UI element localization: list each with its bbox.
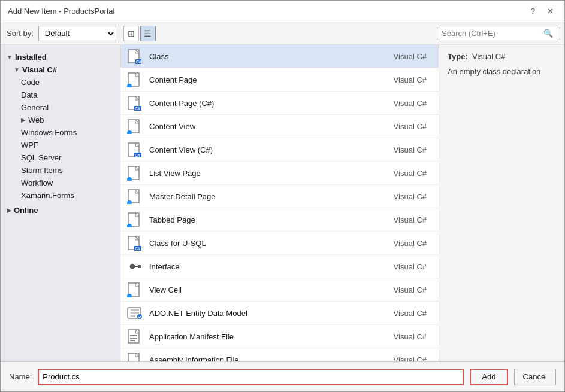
sidebar-item-wpf[interactable]: WPF xyxy=(1,139,120,151)
sql-server-label: SQL Server xyxy=(21,153,61,162)
table-row[interactable]: C# Assembly Information File Visual C# xyxy=(120,348,439,361)
name-label: Name: xyxy=(9,372,32,381)
cancel-button[interactable]: Cancel xyxy=(514,369,556,385)
add-button[interactable]: Add xyxy=(470,369,507,385)
online-section: Online xyxy=(1,203,120,218)
item-name-manifest: Application Manifest File xyxy=(149,332,379,341)
bottom-bar: Name: Add Cancel xyxy=(1,361,564,391)
table-row[interactable]: C# Class for U-SQL Visual C# xyxy=(120,232,439,255)
item-type-content-page-csharp: Visual C# xyxy=(385,99,433,108)
item-name-view-cell: View Cell xyxy=(149,285,379,294)
svg-rect-43 xyxy=(130,340,135,341)
table-row[interactable]: Interface Visual C# xyxy=(120,255,439,278)
item-name-class: Class xyxy=(149,52,379,61)
table-row[interactable]: View Cell Visual C# xyxy=(120,278,439,302)
sort-select[interactable]: Default Name Type xyxy=(38,26,116,41)
sidebar-item-data[interactable]: Data xyxy=(1,89,120,101)
search-input[interactable] xyxy=(442,29,543,38)
general-label: General xyxy=(21,103,49,112)
svg-text:C#: C# xyxy=(135,247,140,251)
item-name-class-usql: Class for U-SQL xyxy=(149,239,379,248)
sidebar-item-sql-server[interactable]: SQL Server xyxy=(1,151,120,164)
workflow-label: Workflow xyxy=(21,178,53,187)
sidebar-item-web[interactable]: Web xyxy=(1,114,120,126)
online-triangle xyxy=(7,207,11,214)
item-type-content-page: Visual C# xyxy=(385,75,433,84)
name-input[interactable] xyxy=(38,369,464,385)
svg-text:C#: C# xyxy=(136,60,141,64)
info-panel: Type: Visual C# An empty class declarati… xyxy=(439,45,564,361)
interface-icon xyxy=(126,258,143,275)
master-detail-page-icon xyxy=(126,188,143,205)
view-cell-icon xyxy=(126,281,143,298)
table-row[interactable]: Content View Visual C# xyxy=(120,115,439,138)
item-type-manifest: Visual C# xyxy=(385,332,433,341)
table-row[interactable]: ADO.NET Entity Data Model Visual C# xyxy=(120,302,439,325)
list-view-button[interactable]: ☰ xyxy=(140,26,156,41)
sidebar-item-xamarin-forms[interactable]: Xamarin.Forms xyxy=(1,189,120,202)
item-type-class: Visual C# xyxy=(385,52,433,61)
item-type-master-detail-page: Visual C# xyxy=(385,192,433,201)
installed-section: Installed Visual C# Code Data General xyxy=(1,50,120,203)
sidebar-item-installed[interactable]: Installed xyxy=(1,51,120,63)
sort-label: Sort by: xyxy=(7,29,34,38)
help-button[interactable]: ? xyxy=(527,5,539,17)
view-toggle-icons: ⊞ ☰ xyxy=(123,26,156,41)
web-label: Web xyxy=(28,116,44,124)
item-type-assembly: Visual C# xyxy=(385,355,433,362)
svg-rect-42 xyxy=(130,338,137,339)
svg-rect-41 xyxy=(130,335,137,336)
table-row[interactable]: Application Manifest File Visual C# xyxy=(120,325,439,348)
item-list: C# Class Visual C# Conten xyxy=(120,45,439,361)
table-row[interactable]: Content Page Visual C# xyxy=(120,68,439,92)
item-name-tabbed-page: Tabbed Page xyxy=(149,215,379,224)
svg-text:C#: C# xyxy=(135,107,140,111)
item-type-content-view: Visual C# xyxy=(385,122,433,131)
windows-forms-label: Windows Forms xyxy=(21,128,77,137)
table-row[interactable]: List View Page Visual C# xyxy=(120,162,439,185)
dialog: Add New Item - ProductsPortal ? ✕ Sort b… xyxy=(0,0,565,392)
online-label: Online xyxy=(14,206,38,215)
data-label: Data xyxy=(21,90,37,99)
title-bar-controls: ? ✕ xyxy=(527,5,557,17)
item-type-interface: Visual C# xyxy=(385,262,433,271)
assembly-icon: C# xyxy=(126,351,143,361)
content-view-icon xyxy=(126,118,143,135)
close-button[interactable]: ✕ xyxy=(543,5,557,17)
sidebar-item-windows-forms[interactable]: Windows Forms xyxy=(1,126,120,139)
svg-point-31 xyxy=(130,264,135,269)
sidebar-item-storm-items[interactable]: Storm Items xyxy=(1,164,120,177)
grid-view-button[interactable]: ⊞ xyxy=(123,26,139,41)
item-type-list-view-page: Visual C# xyxy=(385,169,433,178)
table-row[interactable]: Master Detail Page Visual C# xyxy=(120,185,439,208)
table-row[interactable]: Tabbed Page Visual C# xyxy=(120,208,439,232)
adonet-icon xyxy=(126,305,143,321)
visual-csharp-triangle xyxy=(14,66,20,73)
class-usql-icon: C# xyxy=(126,235,143,251)
content-page-csharp-icon: C# xyxy=(126,95,143,111)
visual-csharp-label: Visual C# xyxy=(22,65,57,74)
item-name-content-view-csharp: Content View (C#) xyxy=(149,145,379,154)
manifest-icon xyxy=(126,328,143,345)
sidebar-item-general[interactable]: General xyxy=(1,101,120,114)
item-name-content-page-csharp: Content Page (C#) xyxy=(149,99,379,108)
sidebar: Installed Visual C# Code Data General xyxy=(1,45,120,361)
sidebar-item-workflow[interactable]: Workflow xyxy=(1,177,120,189)
item-list-area: C# Class Visual C# Conten xyxy=(120,45,439,361)
item-type-view-cell: Visual C# xyxy=(385,285,433,294)
web-triangle xyxy=(21,117,26,123)
table-row[interactable]: C# Content View (C#) Visual C# xyxy=(120,138,439,162)
list-view-page-icon xyxy=(126,165,143,181)
content-view-csharp-icon: C# xyxy=(126,141,143,158)
table-row[interactable]: C# Content Page (C#) Visual C# xyxy=(120,92,439,115)
table-row[interactable]: C# Class Visual C# xyxy=(120,45,439,68)
sidebar-item-online[interactable]: Online xyxy=(1,204,120,217)
wpf-label: WPF xyxy=(21,141,38,150)
item-type-adonet: Visual C# xyxy=(385,309,433,318)
item-name-interface: Interface xyxy=(149,262,379,271)
main-content: Installed Visual C# Code Data General xyxy=(1,45,564,361)
sidebar-item-visual-csharp[interactable]: Visual C# xyxy=(1,63,120,76)
sidebar-item-code[interactable]: Code xyxy=(1,76,120,89)
info-type: Type: Visual C# xyxy=(448,52,556,61)
code-label: Code xyxy=(21,78,40,87)
